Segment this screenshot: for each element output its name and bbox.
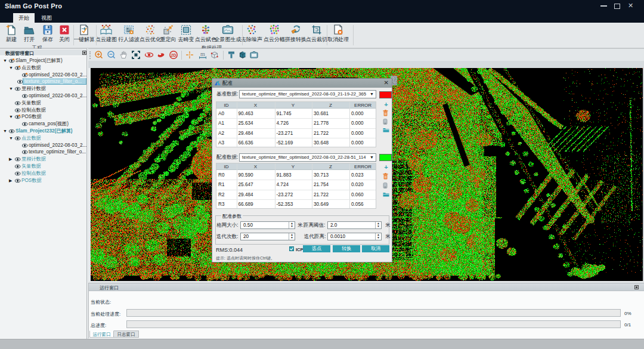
svg-text:2D: 2D	[171, 53, 177, 57]
svg-text:m: m	[200, 51, 205, 57]
